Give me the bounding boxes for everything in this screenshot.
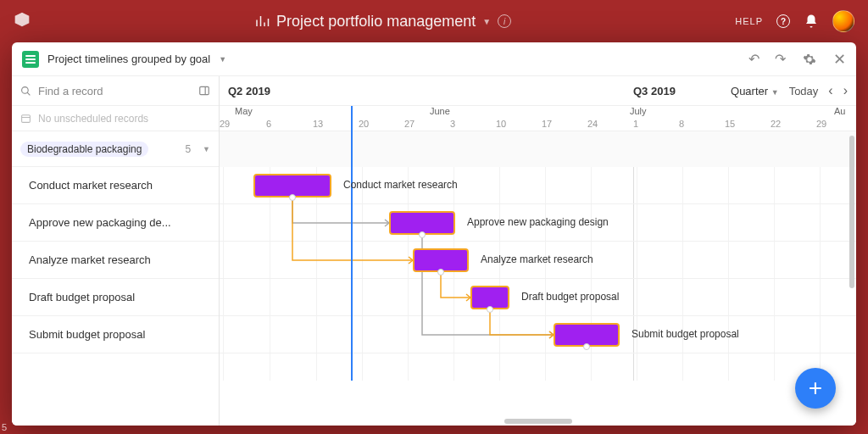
task-row[interactable]: Draft budget proposal [12,279,219,316]
month-label: July [630,106,647,116]
svg-line-1 [27,92,30,95]
quarter-left: Q2 2019 [228,85,398,97]
day-labels: 296132027310172418152229 [220,119,856,131]
gantt-bar-label: Analyze market research [481,253,593,265]
day-label: 29 [816,119,826,129]
day-label: 17 [542,119,552,129]
day-label: 15 [725,119,735,129]
sidebar: No unscheduled records Biodegradable pac… [12,76,220,426]
svg-rect-2 [200,86,209,94]
gantt-bar-label: Conduct market research [343,179,458,191]
day-label: 22 [771,119,781,129]
page-title-area[interactable]: Project portfolio management ▼ i [31,13,735,31]
undo-icon[interactable]: ↶ [748,51,760,67]
day-label: 3 [450,119,455,129]
timeline-header: Q2 2019 Q3 2019 Quarter ▼ Today ‹ › [220,76,856,106]
day-label: 1 [633,119,638,129]
bell-icon[interactable] [804,14,819,29]
month-label: June [430,106,450,116]
task-row[interactable]: Conduct market research [12,167,219,204]
scale-select[interactable]: Quarter ▼ [731,85,779,97]
day-label: 6 [266,119,271,129]
group-header[interactable]: Biodegradable packaging 5 ▼ [12,131,219,167]
search-input[interactable] [38,85,192,97]
month-label: May [235,106,253,116]
day-label: 13 [313,119,323,129]
view-title[interactable]: Project timelines grouped by goal [47,53,210,65]
collapse-panel-icon[interactable] [198,85,210,97]
close-icon[interactable]: ✕ [833,50,846,69]
gantt-view-icon[interactable] [22,51,39,68]
today-line [351,106,353,381]
window-header: Project timelines grouped by goal ▼ ↶ ↷ … [12,42,856,76]
calendar-icon [20,113,31,124]
gantt-bar-label: Approve new packaging design [467,216,609,228]
day-label: 29 [220,119,230,129]
task-row[interactable]: Analyze market research [12,242,219,279]
unscheduled-label: No unscheduled records [38,113,148,125]
prev-icon[interactable]: ‹ [828,83,832,98]
record-count: 5 [2,422,7,432]
search-row [12,76,219,106]
avatar[interactable] [832,10,854,32]
svg-rect-4 [22,115,31,123]
page-title: Project portfolio management [276,13,476,31]
day-label: 8 [679,119,684,129]
chart-icon [254,14,270,29]
search-icon [20,86,31,97]
timeline-window: Project timelines grouped by goal ▼ ↶ ↷ … [12,42,856,426]
redo-icon[interactable]: ↷ [775,51,786,67]
month-label: Au [834,106,845,116]
timeline[interactable]: Q2 2019 Q3 2019 Quarter ▼ Today ‹ › MayJ… [220,76,856,426]
today-button[interactable]: Today [789,85,819,97]
day-label: 10 [496,119,506,129]
help-icon[interactable]: ? [776,14,790,28]
chevron-down-icon[interactable]: ▼ [219,55,226,64]
svg-point-0 [22,86,29,93]
topbar: Project portfolio management ▼ i HELP ? [0,0,868,42]
timeline-body[interactable]: Conduct market researchApprove new packa… [220,131,856,381]
group-name: Biodegradable packaging [20,142,148,157]
task-row[interactable]: Submit budget proposal [12,316,219,353]
scrollbar-horizontal[interactable] [504,419,572,424]
next-icon[interactable]: › [843,83,848,98]
group-count: 5 [185,143,191,155]
task-row[interactable]: Approve new packaging de... [12,204,219,242]
chevron-down-icon: ▼ [482,17,491,26]
chevron-down-icon: ▼ [203,145,210,153]
gantt-bar-label: Draft budget proposal [521,291,619,303]
day-label: 24 [587,119,598,129]
month-labels: MayJuneJulyAu [220,106,856,119]
info-icon[interactable]: i [498,14,511,28]
gear-icon[interactable] [803,53,816,66]
scrollbar-vertical[interactable] [849,136,854,288]
logo-icon [14,11,31,28]
help-link[interactable]: HELP [735,16,763,26]
day-label: 27 [404,119,415,129]
unscheduled-row: No unscheduled records [12,106,219,131]
day-label: 20 [359,119,369,129]
gantt-bar-label: Submit budget proposal [632,328,739,340]
quarter-right: Q3 2019 [633,85,676,97]
add-button[interactable]: + [795,368,836,409]
